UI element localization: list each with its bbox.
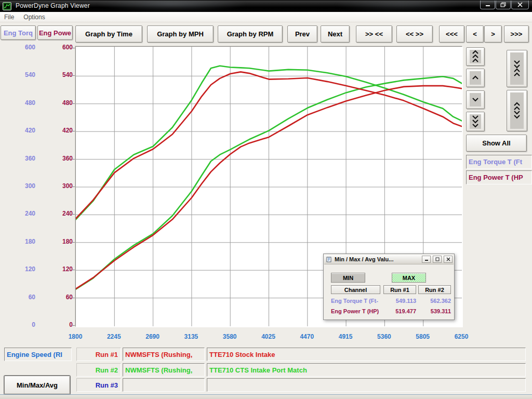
step-right-button[interactable]: > [484, 25, 502, 43]
power-axis-label: Eng Powe [39, 29, 71, 37]
minmax-row-run1-value: 519.477 [383, 308, 416, 314]
graph-by-rpm-button[interactable]: Graph by RPM [218, 25, 283, 43]
torque-tick-540: 540 [4, 71, 35, 78]
prev-button[interactable]: Prev [287, 25, 317, 43]
restore-icon [500, 2, 506, 7]
prev-button-label: Prev [295, 30, 310, 38]
menu-file[interactable]: File [4, 14, 14, 21]
step-left-button-label: < [473, 30, 477, 38]
legend-desc-box-3 [207, 378, 526, 392]
min-tab-button[interactable]: MIN [331, 273, 365, 283]
zoom-in-button[interactable]: >> << [356, 25, 392, 43]
power-tick-420: 420 [42, 127, 73, 134]
minmax-close-button[interactable] [444, 256, 453, 263]
torque-tick-420: 420 [4, 127, 35, 134]
zoom-out-button[interactable]: << >> [396, 25, 433, 43]
rpm-tick-2690: 2690 [137, 333, 168, 340]
minmax-window[interactable]: Min / Max / Avg Valu... MIN MAX ChannelR… [323, 254, 455, 320]
minimize-button[interactable] [480, 1, 495, 9]
power-tick-480: 480 [42, 99, 73, 107]
max-tab-label: MAX [403, 275, 415, 281]
torque-channel-label: Eng Torque T (Ft [469, 158, 522, 166]
scroll-down-button[interactable] [466, 90, 485, 109]
title-bar: PowerDyne Graph Viewer [0, 1, 532, 12]
legend-file-box-2: NWMSFTS (Rushing, [123, 363, 205, 377]
torque-tick-60: 60 [4, 294, 35, 301]
minimize-icon [424, 258, 429, 261]
min-tab-label: MIN [343, 275, 353, 281]
power-tick-120: 120 [42, 265, 73, 273]
window-bottom-frame [0, 394, 532, 399]
legend-desc-box-1: TTE710 Stock Intake [207, 348, 526, 361]
close-button[interactable] [511, 1, 529, 9]
app-icon [3, 2, 11, 10]
minmax-row-run1-value: 549.113 [383, 298, 416, 304]
maximize-button[interactable] [496, 1, 511, 9]
power-channel-label-box: Eng Power T (HP [466, 170, 532, 184]
next-button[interactable]: Next [321, 25, 350, 43]
scroll-up-fast-button[interactable] [466, 47, 485, 66]
max-tab-button[interactable]: MAX [392, 273, 426, 283]
minmax-avg-button[interactable]: Min/Max/Avg [4, 376, 70, 394]
minmax-col-label: Channel [344, 287, 367, 293]
zoom-in-button-label: >> << [365, 30, 383, 38]
chevron-down-icon [470, 93, 481, 107]
graph-by-rpm-button-label: Graph by RPM [227, 30, 274, 38]
power-channel-label: Eng Power T (HP [469, 174, 523, 181]
step-left-button[interactable]: < [466, 25, 484, 43]
legend-desc-label: TTE710 Stock Intake [209, 351, 275, 358]
torque-axis-button[interactable]: Eng Torq [1, 25, 36, 40]
power-axis-button[interactable]: Eng Powe [37, 25, 73, 40]
torque-tick-180: 180 [4, 238, 35, 245]
minmax-window-title: Min / Max / Avg Valu... [335, 256, 420, 262]
minmax-row-run2-value: 562.362 [418, 298, 451, 304]
minmax-row-channel: Eng Power T (HP) [331, 308, 379, 314]
legend-desc-box-2: TTE710 CTS Intake Port Match [207, 363, 526, 377]
jump-right-button[interactable]: >>> [504, 25, 529, 43]
rpm-tick-3580: 3580 [214, 333, 245, 340]
minmax-col-label: Run #2 [425, 287, 444, 293]
minmax-col-header-0[interactable]: Channel [331, 285, 380, 294]
power-tick-240: 240 [42, 210, 73, 217]
legend-file-box-3 [123, 378, 205, 392]
rpm-tick-4915: 4915 [330, 333, 361, 340]
window-title: PowerDyne Graph Viewer [16, 2, 90, 9]
minmax-avg-label: Min/Max/Avg [17, 381, 58, 389]
rpm-tick-5360: 5360 [368, 333, 400, 340]
graph-by-mph-button[interactable]: Graph by MPH [147, 25, 214, 43]
zoom-out-button-label: << >> [406, 30, 423, 38]
minmax-minimize-button[interactable] [422, 256, 431, 263]
minmax-maximize-button[interactable] [433, 256, 442, 263]
power-tick-600: 600 [42, 44, 73, 51]
menu-options[interactable]: Options [23, 14, 45, 21]
close-icon [446, 257, 450, 261]
torque-axis-label: Eng Torq [4, 29, 33, 37]
rpm-tick-5805: 5805 [407, 333, 438, 340]
jump-left-button-label: <<< [446, 30, 458, 38]
minmax-title-bar[interactable]: Min / Max / Avg Valu... [324, 255, 454, 264]
triple-chevron-down-icon [470, 114, 481, 129]
torque-tick-240: 240 [4, 210, 35, 217]
torque-tick-300: 300 [4, 182, 35, 190]
rpm-tick-1800: 1800 [60, 333, 91, 340]
jump-right-button-label: >>> [511, 30, 523, 38]
power-tick-300: 300 [42, 182, 73, 190]
legend-desc-label: TTE710 CTS Intake Port Match [209, 366, 307, 374]
show-all-label: Show All [482, 139, 510, 147]
minmax-row-channel: Eng Torque T (Ft- [331, 298, 378, 304]
minmax-col-header-2[interactable]: Run #2 [418, 285, 451, 294]
torque-tick-360: 360 [4, 155, 35, 162]
glass-reflection [94, 1, 249, 11]
scroll-up-button[interactable] [466, 69, 485, 87]
rpm-tick-3135: 3135 [176, 333, 207, 340]
show-all-button[interactable]: Show All [466, 135, 527, 152]
zoom-in-range-button[interactable] [507, 50, 527, 87]
legend-file-label: NWMSFTS (Rushing, [125, 351, 192, 358]
zoom-out-range-button[interactable] [507, 90, 527, 131]
minmax-col-header-1[interactable]: Run #1 [383, 285, 416, 294]
graph-by-time-button[interactable]: Graph by Time [75, 25, 142, 43]
power-tick-0: 0 [42, 321, 73, 328]
scroll-down-fast-button[interactable] [466, 112, 485, 131]
next-button-label: Next [328, 30, 342, 38]
jump-left-button[interactable]: <<< [439, 25, 464, 43]
